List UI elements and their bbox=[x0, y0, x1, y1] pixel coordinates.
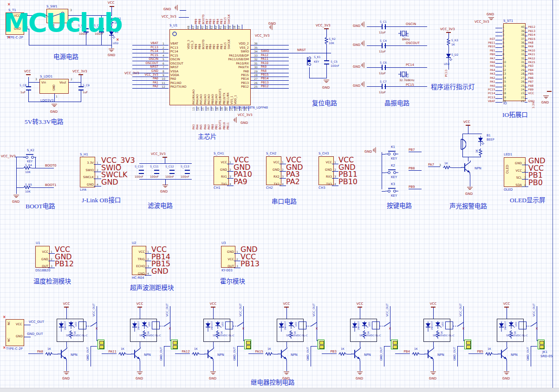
designator[interactable]: S_C6 bbox=[380, 61, 387, 64]
designator[interactable]: S_ST1 bbox=[503, 19, 513, 23]
net-label[interactable]: PA2 bbox=[286, 177, 306, 186]
net-label[interactable]: PA11 bbox=[527, 52, 550, 56]
net-label[interactable]: GND_OUT bbox=[306, 347, 309, 361]
net-label[interactable]: GND bbox=[356, 377, 363, 380]
terminal-block[interactable] bbox=[391, 340, 398, 349]
terminal-block[interactable] bbox=[98, 340, 104, 349]
net-label[interactable]: PB5 bbox=[468, 350, 483, 354]
net-label[interactable]: GND_OUT bbox=[453, 347, 456, 361]
net-label[interactable]: VCC bbox=[463, 121, 470, 124]
designator[interactable]: S_C4 bbox=[380, 39, 387, 42]
capacitor[interactable] bbox=[169, 170, 175, 174]
led-icon[interactable] bbox=[109, 30, 116, 40]
net-label[interactable]: PB8 bbox=[527, 84, 550, 87]
resistor-icon[interactable] bbox=[412, 352, 420, 356]
net-label[interactable]: VCC_OUT bbox=[92, 303, 95, 316]
net-label[interactable]: PA11 bbox=[102, 350, 117, 354]
net-label[interactable]: PB4 bbox=[395, 350, 410, 354]
net-label[interactable]: VCC bbox=[354, 302, 365, 306]
npn-transistor-icon[interactable] bbox=[461, 161, 473, 174]
net-label[interactable]: GND bbox=[62, 377, 70, 380]
net-label[interactable]: 3.3V bbox=[532, 102, 535, 109]
npn-transistor-icon[interactable] bbox=[204, 347, 216, 361]
resistor-icon[interactable] bbox=[110, 18, 114, 26]
net-label[interactable]: GND bbox=[151, 267, 170, 276]
designator[interactable]: B1 bbox=[487, 134, 491, 137]
net-label[interactable]: PB7 bbox=[409, 148, 422, 152]
relay-coil[interactable] bbox=[445, 321, 453, 329]
net-label[interactable]: GND bbox=[353, 44, 360, 47]
net-label[interactable]: PB1 bbox=[477, 49, 495, 52]
pushbutton-icon[interactable] bbox=[23, 153, 36, 160]
net-label[interactable]: PA15 bbox=[527, 60, 550, 64]
designator[interactable]: S_C8 bbox=[20, 84, 26, 87]
designator[interactable]: S_C9 bbox=[83, 84, 90, 87]
net-label[interactable]: PB8 bbox=[409, 167, 422, 171]
net-label[interactable]: GND bbox=[240, 122, 248, 125]
net-label[interactable]: PA6 bbox=[477, 60, 495, 64]
designator[interactable]: U1 bbox=[36, 242, 40, 245]
net-label[interactable]: GND bbox=[163, 8, 171, 11]
designator[interactable]: S_C1 bbox=[380, 20, 387, 23]
net-label[interactable]: GND bbox=[502, 377, 510, 380]
designator[interactable]: S_C3 bbox=[94, 24, 101, 27]
npn-transistor-icon[interactable] bbox=[131, 347, 143, 361]
npn-transistor-icon[interactable] bbox=[58, 347, 70, 361]
relay-coil[interactable] bbox=[225, 321, 233, 329]
net-label[interactable]: GND bbox=[487, 13, 494, 16]
net-label[interactable]: VCC bbox=[501, 302, 512, 306]
resistor-icon[interactable] bbox=[23, 166, 32, 170]
net-label[interactable]: GND bbox=[160, 190, 168, 193]
capacitor[interactable] bbox=[185, 170, 190, 174]
net-label[interactable]: VCC bbox=[134, 302, 145, 306]
net-label[interactable]: PB3 bbox=[527, 64, 550, 67]
net-label[interactable]: PA4 bbox=[477, 68, 495, 71]
designator[interactable]: S_C5 bbox=[331, 60, 338, 63]
net-label[interactable]: PB14 bbox=[527, 33, 550, 36]
net-label[interactable]: PA10 bbox=[527, 49, 550, 52]
designator[interactable]: S_CH3 bbox=[318, 152, 329, 155]
net-label[interactable]: GND bbox=[108, 54, 115, 57]
relay-coil[interactable] bbox=[519, 321, 526, 329]
designator[interactable]: LED1 bbox=[504, 153, 512, 156]
net-label[interactable]: PB9 bbox=[527, 88, 550, 91]
relay-coil[interactable] bbox=[372, 321, 380, 329]
net-label[interactable]: NRST bbox=[297, 49, 306, 52]
net-label[interactable]: BOOT0 bbox=[45, 164, 56, 167]
net-label[interactable]: GND bbox=[541, 101, 549, 104]
net-label[interactable]: GND_OUT bbox=[526, 347, 529, 361]
net-label[interactable]: VCC bbox=[527, 91, 550, 95]
npn-transistor-icon[interactable] bbox=[498, 347, 510, 361]
terminal-block[interactable] bbox=[171, 340, 178, 349]
designator[interactable]: S_CH1 bbox=[214, 152, 224, 155]
designator[interactable]: K2 bbox=[391, 164, 395, 167]
horizontal-scrollbar[interactable] bbox=[0, 388, 559, 392]
net-label[interactable]: SWCLK bbox=[228, 6, 231, 24]
net-label[interactable]: VCC_OUT bbox=[166, 303, 169, 316]
net-label[interactable]: PB7 bbox=[527, 80, 550, 83]
net-label[interactable]: VCC_3V3 bbox=[238, 114, 253, 117]
terminal-block[interactable] bbox=[464, 340, 471, 349]
net-label[interactable]: PB6 bbox=[527, 76, 550, 79]
led-icon[interactable] bbox=[446, 52, 453, 62]
net-label[interactable]: GND bbox=[353, 25, 360, 28]
net-label[interactable]: OSCOUT bbox=[406, 42, 420, 45]
net-label[interactable]: PB4 bbox=[527, 68, 550, 71]
net-label[interactable]: PA9 bbox=[234, 177, 254, 186]
resistor-icon[interactable] bbox=[325, 37, 328, 45]
designator[interactable]: S_R1 bbox=[114, 17, 121, 20]
net-label[interactable]: GND_OUT bbox=[86, 347, 89, 361]
net-label[interactable]: OSCIN bbox=[406, 23, 416, 26]
designator[interactable]: S_C7 bbox=[380, 80, 387, 83]
net-label[interactable]: PA9 bbox=[527, 45, 550, 48]
net-label[interactable]: PB3 bbox=[322, 350, 337, 354]
net-label[interactable]: PB15 bbox=[527, 37, 550, 40]
net-label[interactable]: GND_OUT bbox=[27, 333, 43, 336]
capacitor[interactable] bbox=[154, 170, 159, 174]
designator[interactable]: S_C10 bbox=[135, 165, 143, 168]
net-label[interactable]: VCC_3V3 bbox=[316, 24, 331, 27]
npn-transistor-icon[interactable] bbox=[351, 347, 363, 361]
relay-coil[interactable] bbox=[152, 321, 160, 329]
net-label[interactable]: VCC_3V3 bbox=[1, 155, 16, 158]
net-label[interactable]: PB9 bbox=[409, 186, 422, 189]
